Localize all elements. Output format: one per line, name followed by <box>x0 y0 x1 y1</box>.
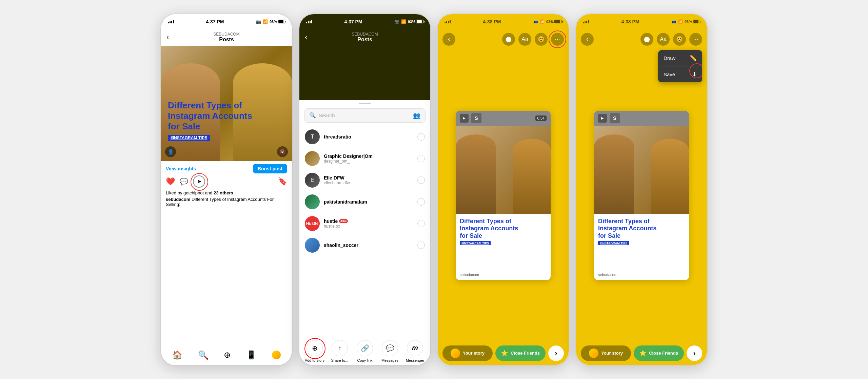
forward-button-4[interactable]: › <box>687 345 702 361</box>
comment-icon[interactable]: 💬 <box>180 177 188 186</box>
messenger-label: Messenger <box>406 358 424 362</box>
story-sicon-4: S <box>610 113 620 123</box>
share-search-bar[interactable]: 🔍 Search 👥 <box>304 108 426 123</box>
contact-item-shaolin[interactable]: shaolin_soccer <box>299 234 430 256</box>
messages-action[interactable]: 💬 Messages <box>380 340 400 362</box>
view-insights-link[interactable]: View insights <box>166 166 196 171</box>
your-story-button-3[interactable]: Your story <box>442 345 493 361</box>
search-nav-icon[interactable]: 🔍 <box>198 350 208 360</box>
contact-radio-4[interactable] <box>417 198 425 206</box>
story-top-bar-3: ‹ ⬤ Aa 😊 ··· <box>438 29 569 49</box>
back-button[interactable]: ‹ <box>166 33 169 42</box>
story-main-text-3: Different Types ofInstagram Accountsfor … <box>460 218 547 240</box>
contact-item-graphic[interactable]: Graphic Designer|Om desginer_om_ <box>299 148 430 169</box>
story-hashtag-4: #INSTAGRAM TIPS <box>598 241 629 245</box>
share-button[interactable]: ➤ <box>193 175 205 188</box>
search-placeholder: Search <box>319 112 335 118</box>
sticker-tool-4[interactable]: 😊 <box>673 33 686 46</box>
s2-wifi-icon: 📶 <box>401 19 406 24</box>
story-duration-3: 0:54 <box>535 115 547 121</box>
messenger-action[interactable]: m Messenger <box>405 340 425 362</box>
s4-bar2 <box>585 21 586 23</box>
add-to-story-icon: ⊕ <box>307 340 323 356</box>
story-back-4[interactable]: ‹ <box>581 33 594 46</box>
s3-bar3 <box>448 21 449 23</box>
circle-tool-4[interactable]: ⬤ <box>640 33 653 46</box>
contact-info-6: shaolin_soccer <box>324 243 358 248</box>
close-friends-label-4: Close Friends <box>649 351 678 356</box>
boost-button[interactable]: Boost post <box>253 164 287 173</box>
circle-tool-3[interactable]: ⬤ <box>502 33 515 46</box>
post-overlay: Different Types ofInstagram Accountsfor … <box>168 100 285 141</box>
contact-item-threadsratio[interactable]: T threadsratio <box>299 126 430 148</box>
heart-icon[interactable]: ❤️ <box>166 177 175 186</box>
liked-text: Liked by getchipbot and 23 others <box>161 190 292 195</box>
add-nav-icon[interactable]: ⊕ <box>224 350 231 360</box>
story-content-3: ▶ S 0:54 Different Types ofInstagram Acc… <box>438 49 569 341</box>
text-tool-4[interactable]: Aa <box>657 33 670 46</box>
s4-bar4 <box>588 20 589 23</box>
your-story-button-4[interactable]: Your story <box>581 345 631 361</box>
sc-person-right-4 <box>651 139 689 214</box>
save-icon: ⬇ <box>692 71 697 78</box>
star-icon-4: ⭐ <box>639 350 646 356</box>
story-card-3: ▶ S 0:54 Different Types ofInstagram Acc… <box>456 111 551 280</box>
save-label: Save <box>664 71 675 77</box>
s2-status-icons: 📷 📶 93% <box>394 19 423 24</box>
reels-nav-icon[interactable]: 📱 <box>246 350 256 360</box>
status-time: 4:37 PM <box>206 19 224 24</box>
contact-info-4: pakistanidramafam <box>324 199 367 205</box>
signal-bar-2 <box>170 21 171 23</box>
contact-radio[interactable] <box>417 133 425 141</box>
contacts-icon[interactable]: 👥 <box>413 112 420 119</box>
contact-item-pak[interactable]: pakistanidramafam <box>299 191 430 213</box>
add-to-story-action[interactable]: ⊕ Add to story <box>304 340 325 362</box>
s2-back-button[interactable]: ‹ <box>305 33 307 42</box>
story-top-bar-4: ‹ ⬤ Aa 😊 ··· <box>576 29 707 49</box>
story-card-text-4: Different Types ofInstagram Accountsfor … <box>594 214 689 250</box>
contact-radio-3[interactable] <box>417 176 425 184</box>
profile-avatar[interactable] <box>272 351 281 359</box>
close-friends-button-4[interactable]: ⭐ Close Friends <box>634 345 684 361</box>
contact-sub-2: desginer_om_ <box>324 159 373 164</box>
more-tool-3[interactable]: ··· <box>551 33 564 46</box>
story-dropdown-menu: Draw ✏️ Save ⬇ <box>658 50 702 82</box>
volume-button[interactable]: 🔇 <box>277 146 288 157</box>
text-tool-3[interactable]: Aa <box>518 33 531 46</box>
story-editor-3: ‹ ⬤ Aa 😊 ··· ▶ S 0:54 <box>438 29 569 365</box>
contact-radio-5[interactable] <box>417 220 425 227</box>
screen3-phone: 4:38 PM 📷 📶 93% ‹ ⬤ Aa 😊 ··· <box>437 14 569 366</box>
status-icons: 📷 📶 93% <box>256 19 285 24</box>
s3-bar1 <box>445 22 446 23</box>
contact-item-elle[interactable]: E Elle DFW ellechapo_dfw <box>299 169 430 191</box>
s2-battery: 93% <box>408 20 423 24</box>
forward-button-3[interactable]: › <box>548 345 564 361</box>
save-option[interactable]: Save ⬇ <box>658 66 702 82</box>
insights-boost-row: View insights Boost post <box>166 164 287 173</box>
signal-bars-2 <box>306 20 312 23</box>
sticker-tool-3[interactable]: 😊 <box>535 33 548 46</box>
story-tools-3: ⬤ Aa 😊 ··· <box>502 33 564 46</box>
close-friends-button-3[interactable]: ⭐ Close Friends <box>495 345 546 361</box>
close-friends-label-3: Close Friends <box>511 351 540 356</box>
story-card-header-3: ▶ S 0:54 <box>456 111 551 126</box>
post-main-text: Different Types ofInstagram Accountsfor … <box>168 100 285 132</box>
more-tool-annotation <box>549 30 566 48</box>
search-magnifier-icon: 🔍 <box>309 112 316 119</box>
contact-radio-2[interactable] <box>417 155 425 162</box>
post-avatar-button[interactable]: 👤 <box>165 146 176 157</box>
screen1-nav-header: ‹ SEBUDACOM Posts <box>161 29 292 46</box>
screen2-nav-header: ‹ SEBUDACOM Posts <box>299 29 430 46</box>
contact-radio-6[interactable] <box>417 241 425 249</box>
contact-avatar-shaolin <box>305 238 320 253</box>
copy-link-action[interactable]: 🔗 Copy link <box>355 340 375 362</box>
contact-avatar-hustle: Hustle <box>305 216 320 231</box>
more-tool-4[interactable]: ··· <box>689 33 702 46</box>
screen4-status-bar: 4:38 PM 📷 📶 93% <box>576 14 707 29</box>
bookmark-icon[interactable]: 🔖 <box>278 177 287 186</box>
story-back-3[interactable]: ‹ <box>442 33 455 46</box>
battery-indicator: 93% <box>270 20 285 24</box>
home-nav-icon[interactable]: 🏠 <box>172 350 182 360</box>
contact-item-hustle[interactable]: Hustle hustle 43m hustle.ox <box>299 213 430 234</box>
share-to-action[interactable]: ↑ Share to... <box>330 340 350 362</box>
